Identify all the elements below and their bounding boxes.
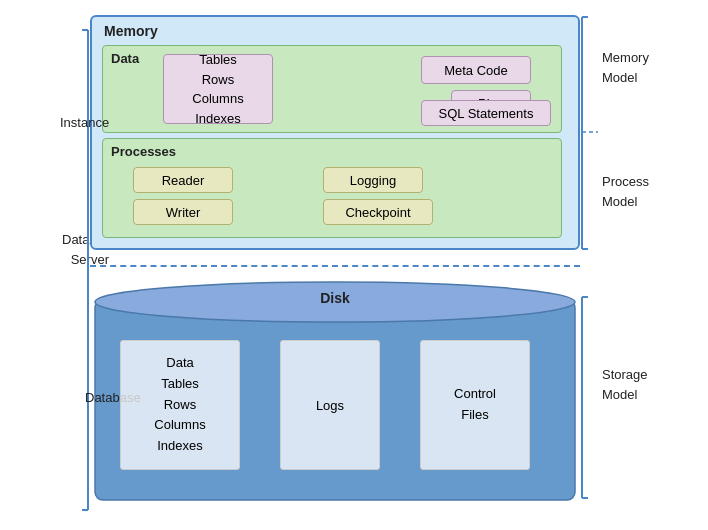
storage-model-label: StorageModel xyxy=(602,365,648,404)
data-area: Data Tables Rows Columns Indexes Meta Co… xyxy=(102,45,562,133)
memory-model-label: MemoryModel xyxy=(602,48,649,87)
processes-area: Processes Reader Logging Writer Checkpoi… xyxy=(102,138,562,238)
process-model-label: ProcessModel xyxy=(602,172,649,211)
data-label: Data xyxy=(111,51,139,66)
disk-control-box: Control Files xyxy=(420,340,530,470)
memory-label: Memory xyxy=(104,23,158,39)
main-container: DatabaseServer Memory Data Tables Rows C… xyxy=(60,10,640,520)
writer-box: Writer xyxy=(133,199,233,225)
instance-box: Memory Data Tables Rows Columns Indexes … xyxy=(90,15,580,250)
processes-label: Processes xyxy=(111,144,176,159)
db-server-bracket xyxy=(78,20,90,520)
meta-code-box: Meta Code xyxy=(421,56,531,84)
database-right-bracket xyxy=(580,295,598,500)
reader-box: Reader xyxy=(133,167,233,193)
disk-label: Disk xyxy=(320,290,350,306)
disk-data-box: Data Tables Rows Columns Indexes xyxy=(120,340,240,470)
logging-box: Logging xyxy=(323,167,423,193)
checkpoint-box: Checkpoint xyxy=(323,199,433,225)
instance-right-bracket xyxy=(580,15,598,251)
disk-logs-box: Logs xyxy=(280,340,380,470)
section-divider xyxy=(90,265,580,267)
data-items-box: Tables Rows Columns Indexes xyxy=(163,54,273,124)
database-section: Disk Data Tables Rows Columns Indexes Lo… xyxy=(90,280,580,525)
instance-label: Instance xyxy=(60,115,109,130)
sql-statements-box: SQL Statements xyxy=(421,100,551,126)
